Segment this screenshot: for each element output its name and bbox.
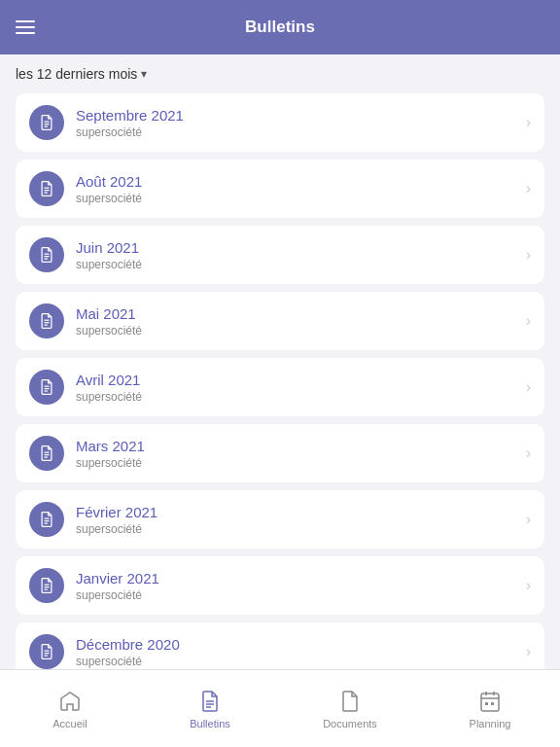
documents-icon	[337, 689, 363, 714]
item-subtitle: supersociété	[76, 522, 518, 536]
tab-planning[interactable]: Planning	[420, 689, 560, 729]
item-subtitle: supersociété	[76, 655, 518, 668]
document-icon	[29, 436, 64, 471]
chevron-right-icon: ›	[526, 246, 531, 264]
tab-documents[interactable]: Documents	[280, 689, 420, 729]
chevron-right-icon: ›	[526, 180, 531, 197]
svg-rect-34	[485, 702, 488, 705]
chevron-right-icon: ›	[526, 114, 531, 131]
item-subtitle: supersociété	[76, 588, 518, 602]
item-subtitle: supersociété	[76, 324, 518, 338]
item-title: Mai 2021	[76, 305, 518, 322]
item-title: Août 2021	[76, 173, 518, 190]
tab-label: Documents	[323, 718, 377, 729]
item-title: Mars 2021	[76, 438, 518, 454]
document-icon	[29, 303, 64, 338]
item-title: Février 2021	[76, 504, 518, 520]
list-item[interactable]: Juin 2021 supersociété ›	[16, 226, 544, 284]
tab-bar: Accueil Bulletins Documents Planning	[0, 669, 560, 747]
menu-button[interactable]	[16, 20, 35, 34]
chevron-right-icon: ›	[526, 445, 531, 462]
chevron-right-icon: ›	[526, 577, 531, 594]
chevron-right-icon: ›	[526, 378, 531, 396]
list-item[interactable]: Janvier 2021 supersociété ›	[16, 556, 544, 615]
svg-rect-30	[481, 694, 499, 711]
list-item[interactable]: Avril 2021 supersociété ›	[16, 358, 544, 416]
document-icon	[29, 237, 64, 272]
list-item[interactable]: Août 2021 supersociété ›	[16, 160, 544, 218]
item-title: Avril 2021	[76, 372, 518, 388]
document-icon	[29, 370, 64, 405]
planning-icon	[477, 689, 503, 714]
document-icon	[29, 171, 64, 206]
page-title: Bulletins	[245, 18, 315, 37]
item-title: Septembre 2021	[76, 107, 518, 124]
list-item[interactable]: Mai 2021 supersociété ›	[16, 292, 544, 350]
item-subtitle: supersociété	[76, 390, 518, 404]
filter-row[interactable]: les 12 derniers mois ▾	[16, 66, 544, 82]
bulletins-list: Septembre 2021 supersociété › Août 2021 …	[16, 93, 544, 669]
svg-rect-35	[491, 702, 494, 705]
document-icon	[29, 634, 64, 669]
content-area: les 12 derniers mois ▾ Septembre 2021 su…	[0, 54, 560, 669]
chevron-down-icon: ▾	[141, 67, 147, 81]
app-header: Bulletins	[0, 0, 560, 54]
tab-label: Bulletins	[190, 718, 230, 729]
tab-bulletins[interactable]: Bulletins	[140, 689, 280, 729]
item-title: Janvier 2021	[76, 570, 518, 587]
document-icon	[29, 502, 64, 537]
document-icon	[29, 568, 64, 603]
bulletins-icon	[197, 689, 223, 714]
tab-label: Accueil	[52, 718, 87, 729]
item-title: Juin 2021	[76, 239, 518, 256]
tab-label: Planning	[470, 718, 511, 729]
accueil-icon	[57, 689, 83, 714]
list-item[interactable]: Février 2021 supersociété ›	[16, 490, 544, 549]
list-item[interactable]: Mars 2021 supersociété ›	[16, 424, 544, 482]
list-item[interactable]: Septembre 2021 supersociété ›	[16, 93, 544, 152]
list-item[interactable]: Décembre 2020 supersociété ›	[16, 622, 544, 669]
item-subtitle: supersociété	[76, 125, 518, 139]
item-subtitle: supersociété	[76, 192, 518, 205]
filter-label: les 12 derniers mois	[16, 66, 137, 82]
chevron-right-icon: ›	[526, 643, 531, 660]
chevron-right-icon: ›	[526, 312, 531, 330]
tab-accueil[interactable]: Accueil	[0, 689, 140, 729]
item-subtitle: supersociété	[76, 258, 518, 271]
item-title: Décembre 2020	[76, 636, 518, 653]
chevron-right-icon: ›	[526, 511, 531, 528]
item-subtitle: supersociété	[76, 456, 518, 470]
document-icon	[29, 105, 64, 140]
